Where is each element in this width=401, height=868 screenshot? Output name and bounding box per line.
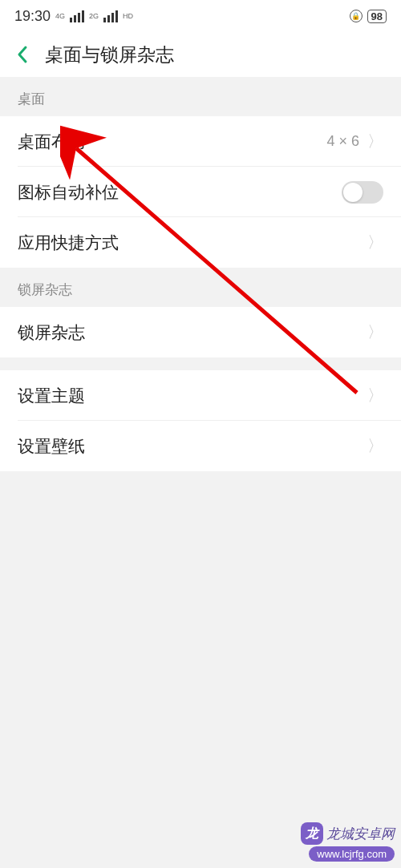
watermark: 龙 龙城安卓网 www.lcjrfg.com — [301, 822, 395, 862]
item-desktop-layout[interactable]: 桌面布局 4 × 6 〉 — [0, 116, 401, 167]
item-set-theme[interactable]: 设置主题 〉 — [0, 370, 401, 421]
item-set-wallpaper[interactable]: 设置壁纸 〉 — [0, 421, 401, 471]
item-label: 图标自动补位 — [18, 181, 119, 204]
watermark-logo-icon: 龙 — [301, 822, 323, 845]
item-label: 设置壁纸 — [18, 435, 85, 458]
chevron-right-icon: 〉 — [367, 435, 383, 457]
item-label: 设置主题 — [18, 385, 85, 407]
item-icon-autofill[interactable]: 图标自动补位 — [0, 167, 401, 217]
item-label: 桌面布局 — [18, 131, 85, 153]
signal-bars-1-icon — [70, 10, 84, 22]
signal-4g: 4G — [55, 12, 65, 20]
section-header-desktop: 桌面 — [0, 77, 401, 116]
page-title: 桌面与锁屏杂志 — [45, 42, 174, 67]
chevron-left-icon — [16, 45, 29, 64]
chevron-right-icon: 〉 — [367, 385, 383, 406]
watermark-url: www.lcjrfg.com — [309, 846, 395, 862]
status-time: 19:30 — [14, 8, 51, 25]
section-gap — [0, 357, 401, 370]
chevron-right-icon: 〉 — [367, 131, 383, 152]
list-desktop: 桌面布局 4 × 6 〉 图标自动补位 应用快捷方式 〉 — [0, 116, 401, 268]
list-appearance: 设置主题 〉 设置壁纸 〉 — [0, 370, 401, 471]
battery-indicator: 98 — [367, 10, 387, 23]
item-value: 4 × 6 — [326, 133, 359, 150]
item-label: 锁屏杂志 — [18, 321, 85, 344]
item-app-shortcut[interactable]: 应用快捷方式 〉 — [0, 217, 401, 268]
back-button[interactable] — [11, 43, 34, 66]
status-left: 19:30 4G 2G HD — [14, 8, 133, 25]
status-right: 🔒 98 — [350, 10, 387, 23]
signal-bars-2-icon — [103, 10, 118, 22]
status-bar: 19:30 4G 2G HD 🔒 98 — [0, 0, 401, 32]
hd-label: HD — [123, 12, 133, 20]
lock-icon: 🔒 — [350, 10, 363, 22]
item-label: 应用快捷方式 — [18, 232, 119, 254]
toggle-icon-autofill[interactable] — [342, 181, 383, 204]
signal-2g: 2G — [89, 12, 99, 20]
page-header: 桌面与锁屏杂志 — [0, 32, 401, 77]
chevron-right-icon: 〉 — [367, 321, 383, 343]
watermark-brand: 龙城安卓网 — [326, 825, 395, 843]
chevron-right-icon: 〉 — [367, 232, 383, 253]
item-lockscreen-magazine[interactable]: 锁屏杂志 〉 — [0, 307, 401, 357]
list-lockscreen: 锁屏杂志 〉 — [0, 307, 401, 357]
section-header-lockscreen: 锁屏杂志 — [0, 268, 401, 307]
